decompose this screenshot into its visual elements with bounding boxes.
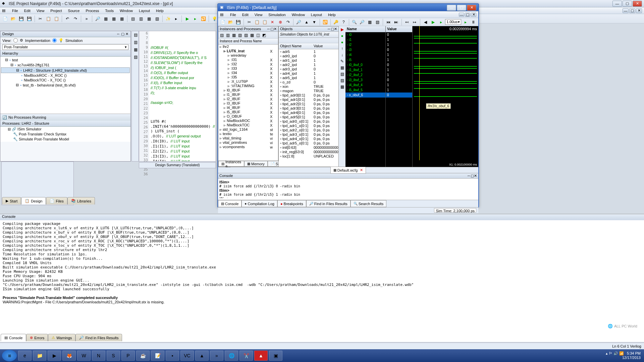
isim-menu-help[interactable]: Help [325, 12, 338, 17]
obj-row[interactable]: ▫ init_reg[63:0]0000000000000000 [279, 149, 338, 154]
ed-icon-2[interactable]: ▥ [132, 39, 139, 46]
tb-firefox[interactable]: 🦊 [62, 351, 76, 361]
tb-explorer[interactable]: 📁 [33, 351, 46, 361]
isim-gotoend[interactable]: ⏭ [393, 18, 400, 26]
tree-item[interactable]: ⊟ ▫ LHR2 - Structure (LHR2_translate.vhd… [1, 67, 130, 73]
inst-row[interactable]: ▹ :I31X [218, 58, 278, 62]
step-button[interactable]: ▸ [192, 15, 199, 22]
obj-row[interactable]: ▫ adr51 [279, 49, 338, 54]
inst-row[interactable]: ▹ I0_IBUFX [218, 88, 278, 93]
isim-zoomcur[interactable]: ▧ [374, 18, 381, 26]
wave-name[interactable]: ▫ i5_ibuf_5 [345, 87, 385, 93]
tb-app1[interactable]: ▲ [195, 351, 209, 361]
wave-name[interactable]: ▫ i4_ibuf_4 [345, 82, 385, 87]
isim-cursor[interactable]: ▼ [311, 18, 318, 26]
tb-word[interactable]: W [77, 351, 91, 361]
isim-restart[interactable]: ◀ [422, 18, 429, 26]
wave-signal[interactable] [413, 77, 478, 82]
wand-button[interactable]: ✨ [164, 15, 172, 22]
layout1-button[interactable]: ▤ [129, 15, 137, 22]
isim-relaunch[interactable]: 🔁 [322, 18, 329, 26]
proc-item[interactable]: ⊟ 🔗 ISim Simulator [0, 127, 130, 132]
obj-row[interactable]: ▫ xonTRUE [279, 84, 338, 88]
isim-menu-edit[interactable]: Edit [239, 12, 251, 17]
wcfg-tab[interactable]: ▦Default.wcfg ✕ [330, 167, 366, 174]
isim-menu-view[interactable]: View [252, 12, 265, 17]
wave-name[interactable]: ▫ i1_ibuf_1 [345, 67, 385, 72]
wave-signal[interactable] [413, 37, 478, 42]
isim-con-btns[interactable]: ↔▢✕ [467, 174, 477, 178]
obj-row[interactable]: ▫ tpd_adr2_o[0:1]0 ps, 0 ps [279, 128, 338, 132]
wave-ic-5[interactable]: ↓ [339, 52, 345, 58]
copy-button[interactable]: 📋 [45, 15, 52, 22]
design-tab[interactable]: 📋Design [21, 197, 46, 204]
isim-console-body[interactable]: ISim># isim force add {/lhr2/i3} 0 -radi… [218, 179, 478, 198]
inst-row[interactable]: ▹ vital_primitivesvi [218, 140, 278, 145]
inst-tab[interactable]: ▤Instances a... [218, 161, 244, 167]
tree-item[interactable]: ▫ NlwBlockROC - X_ROC () [1, 73, 130, 78]
isim-marker[interactable]: ▲ [303, 18, 310, 26]
wave-name[interactable]: ▫ i2_ibuf_2 [345, 72, 385, 77]
obj-row[interactable]: ▫ msgonTRUE [279, 88, 338, 93]
tb-ie[interactable]: e [18, 351, 32, 361]
rerun-button[interactable]: 🔁 [200, 15, 207, 22]
runtime-input[interactable]: 1.00us▾ [445, 19, 461, 25]
wave-signal[interactable] [413, 42, 478, 47]
isim-save[interactable]: 💾 [235, 18, 242, 26]
obj-row[interactable]: ▫ tpd_adr1_o[0:1]0 ps, 0 ps [279, 123, 338, 128]
tb-app4[interactable]: ✂️ [239, 351, 253, 361]
inst-row[interactable]: ▹ vcomponentsw [218, 145, 278, 149]
start-button[interactable]: ⊞ [2, 350, 17, 361]
isim-tab-bp[interactable]: ●Breakpoints [277, 200, 306, 207]
isim-undo[interactable]: ⊗ [277, 18, 284, 26]
undo-button[interactable]: ↶ [64, 15, 71, 22]
isim-zoom1[interactable]: 🔍 [351, 18, 358, 26]
sim-radio[interactable] [52, 38, 57, 43]
tb-app2[interactable]: » [210, 351, 223, 361]
isim-open[interactable]: 📂 [227, 18, 234, 26]
isim-tab-search[interactable]: 🔍Search Results [351, 200, 387, 207]
inst-tb4[interactable]: ▧ [237, 33, 243, 38]
obj-row[interactable]: ▫ tpd_adr3_o[0:1]0 ps, 0 ps [279, 132, 338, 136]
inst-tb6[interactable]: ▩ [249, 33, 255, 38]
isim-redo[interactable]: ↷ [284, 18, 291, 26]
proc-item[interactable]: 🔧 Simulate Post-Translate Model [0, 137, 130, 142]
isim-zoom2[interactable]: 🔎 [359, 18, 366, 26]
inst-row[interactable]: ▹ vital_timingvi [218, 136, 278, 140]
isim-max[interactable]: ▢ [457, 5, 466, 11]
obj-row[interactable]: ▫ adr4_ipd1 [279, 71, 338, 75]
mdi-close[interactable]: ✕ [636, 8, 642, 13]
inst-row[interactable]: ▹ O_OBUFX [218, 114, 278, 119]
paste-button[interactable]: 📋 [53, 15, 60, 22]
refresh-icon[interactable]: 🔄 [2, 115, 7, 120]
inst-row[interactable]: ▹ lhr2 [218, 45, 278, 49]
inst-row[interactable]: ▹ I1_IBUFX [218, 93, 278, 97]
impl-radio[interactable] [13, 38, 18, 43]
libs-tab[interactable]: 📚Libraries [67, 197, 95, 204]
isim-menu-sim[interactable]: Simulation [266, 12, 288, 17]
inst-tb7[interactable]: ◫ [255, 33, 261, 38]
wave-name[interactable]: ▫ i0_ibuf_0 [345, 62, 385, 67]
console-tab[interactable]: ▤Console [1, 334, 26, 341]
warnings-tab[interactable]: ⚠Warnings [48, 334, 75, 341]
open-button[interactable]: 📂 [9, 15, 17, 22]
isim-step[interactable]: ▸ [462, 18, 469, 26]
inst-row[interactable]: ▹ NlwBlockTOCX [218, 123, 278, 127]
menu-tools[interactable]: Tools [102, 8, 116, 13]
menu-help[interactable]: Help [153, 8, 166, 13]
tb-isim[interactable]: ▣ [269, 351, 282, 361]
tb-pdf[interactable]: ▲ [254, 351, 268, 361]
proc-item[interactable]: 🔧 Post-Translate Check Syntax [0, 132, 130, 137]
ed-icon-1[interactable]: ▤ [132, 31, 139, 39]
menu-process[interactable]: Process [83, 8, 102, 13]
hint-button[interactable]: 💡 [211, 15, 218, 22]
inst-row[interactable]: ▹ I2_IBUFX [218, 97, 278, 101]
isim-new[interactable]: 📄 [219, 18, 226, 26]
menu-project[interactable]: Project [48, 8, 64, 13]
wave-ic-3[interactable]: ● [339, 39, 345, 45]
ed-icon-4[interactable]: ▧ [132, 53, 139, 61]
tb-notepad[interactable]: 📝 [151, 351, 164, 361]
isim-min[interactable]: — [447, 5, 456, 11]
mdi-restore[interactable]: ▢ [629, 8, 635, 13]
tb-cmd[interactable]: ▪ [166, 351, 179, 361]
